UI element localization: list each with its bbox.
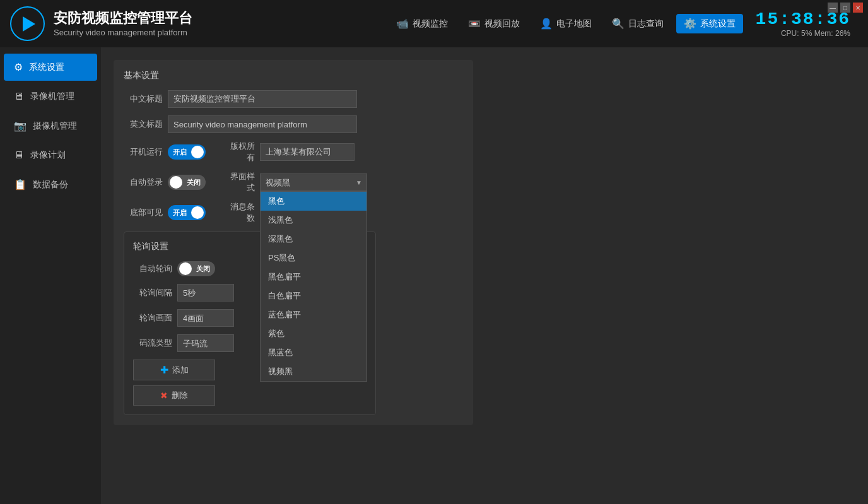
auto-login-row: 自动登录 关闭 界面样式 视频黑 ▼ 黑色 [124,171,463,194]
sidebar-item-camera-management[interactable]: 📷 摄像机管理 [4,112,97,139]
plus-icon: ✚ [160,364,168,376]
recording-plan-icon: 🖥 [14,149,24,161]
auto-login-toggle-label: 关闭 [187,178,201,187]
nav-buttons: 📹 视频监控 📼 视频回放 👤 电子地图 🔍 日志查询 ⚙️ 系统设置 [389,14,743,33]
theme-dropdown[interactable]: 黑色 浅黑色 深黑色 PS黑色 黑色扁平 白色扁平 蓝色扁平 紫色 黑蓝色 视频… [260,191,367,382]
cn-title-row: 中文标题 [124,90,463,108]
minimize-button[interactable]: — [828,3,838,13]
nav-electronic-map-label: 电子地图 [556,18,592,30]
settings-panel: 基本设置 中文标题 英文标题 开机运行 开启 版权所有 [114,60,473,425]
title-bar: 安防视频监控管理平台 Security video management pla… [0,0,868,47]
theme-label: 界面样式 [223,171,255,194]
cn-title-label: 中文标题 [124,93,163,105]
data-backup-icon: 📋 [14,179,26,190]
theme-select-wrapper: 视频黑 ▼ [260,173,367,191]
startup-toggle-label: 开启 [173,148,187,157]
taskbar-toggle-label: 开启 [173,208,187,218]
video-playback-icon: 📼 [468,18,481,30]
taskbar-knob [191,206,204,219]
nav-log-query-label: 日志查询 [628,18,664,30]
app-logo [10,6,45,41]
sidebar-label-recorder: 录像机管理 [30,91,74,102]
poll-interval-select[interactable]: 5秒 [177,284,234,302]
add-button[interactable]: ✚ 添加 [133,360,215,380]
section-basic-title: 基本设置 [124,70,463,81]
electronic-map-icon: 👤 [540,18,553,30]
poll-screens-select[interactable]: 4画面 [177,309,234,327]
maximize-button[interactable]: □ [840,3,850,13]
auto-login-knob [170,176,182,189]
app-title-cn: 安防视频监控管理平台 [54,10,192,26]
taskbar-toggle[interactable]: 开启 [168,205,206,220]
sidebar-label-data-backup: 数据备份 [33,179,68,190]
window-controls: — □ ✕ [828,3,863,13]
taskbar-label: 底部可见 [124,207,163,218]
nav-system-settings[interactable]: ⚙️ 系统设置 [676,14,743,33]
sidebar-label-system-settings: 系统设置 [29,62,64,73]
stream-type-select[interactable]: 子码流 [177,334,234,352]
theme-select-container: 视频黑 ▼ 黑色 浅黑色 深黑色 PS黑色 黑色扁平 白色扁平 蓝色扁平 紫色 [260,173,367,191]
dropdown-item-purple[interactable]: 紫色 [261,324,367,343]
poll-screens-label: 轮询画面 [133,312,172,324]
sidebar-label-recording-plan: 录像计划 [30,149,66,161]
auto-poll-knob [179,262,192,275]
nav-system-settings-label: 系统设置 [700,18,736,30]
clock-block: 15:38:36 CPU: 5% Mem: 26% [756,9,850,38]
startup-toggle[interactable]: 开启 [168,144,206,160]
auto-poll-label: 自动轮询 [133,263,172,274]
auto-login-label: 自动登录 [124,177,163,188]
copyright-label: 版权所有 [223,141,255,163]
app-title-en: Security video management platform [54,28,192,37]
en-title-label: 英文标题 [124,119,163,130]
delete-button-label: 删除 [172,390,188,401]
sidebar-item-system-settings[interactable]: ⚙ 系统设置 [4,54,97,81]
settings-icon: ⚙ [14,61,23,73]
dropdown-item-white-flat[interactable]: 白色扁平 [261,286,367,305]
dropdown-item-light-black[interactable]: 浅黑色 [261,211,367,230]
stream-type-label: 码流类型 [133,337,172,349]
sidebar-item-data-backup[interactable]: 📋 数据备份 [4,171,97,198]
en-title-row: 英文标题 [124,115,463,133]
dropdown-item-black-flat[interactable]: 黑色扁平 [261,267,367,286]
sidebar-label-camera: 摄像机管理 [33,120,77,132]
x-icon: ✖ [160,390,168,401]
sidebar-item-recorder-management[interactable]: 🖥 录像机管理 [4,83,97,110]
log-query-icon: 🔍 [612,18,625,30]
dropdown-item-blue-flat[interactable]: 蓝色扁平 [261,305,367,324]
copyright-input[interactable] [260,143,355,161]
cn-title-input[interactable] [168,90,357,108]
nav-log-query[interactable]: 🔍 日志查询 [604,14,671,33]
startup-row: 开机运行 开启 版权所有 [124,141,463,163]
video-monitor-icon: 📹 [396,18,409,30]
logo-play-icon [23,16,35,32]
stream-type-select-wrapper: 子码流 [177,334,234,352]
main-layout: ⚙ 系统设置 🖥 录像机管理 📷 摄像机管理 🖥 录像计划 📋 数据备份 基本设… [0,47,868,504]
poll-interval-label: 轮询间隔 [133,287,172,298]
auto-login-toggle[interactable]: 关闭 [168,175,206,190]
auto-poll-toggle[interactable]: 关闭 [177,261,215,276]
nav-electronic-map[interactable]: 👤 电子地图 [532,14,599,33]
delete-button[interactable]: ✖ 删除 [133,385,215,406]
dropdown-item-dark-black[interactable]: 深黑色 [261,230,367,249]
dropdown-item-ps-black[interactable]: PS黑色 [261,249,367,267]
dropdown-item-dark-blue[interactable]: 黑蓝色 [261,343,367,362]
nav-video-playback-label: 视频回放 [484,18,520,30]
startup-knob [191,146,204,158]
nav-video-playback[interactable]: 📼 视频回放 [460,14,527,33]
app-title-block: 安防视频监控管理平台 Security video management pla… [54,10,192,37]
system-settings-nav-icon: ⚙️ [684,18,696,30]
camera-icon: 📷 [14,120,26,132]
nav-video-monitor[interactable]: 📹 视频监控 [389,14,455,33]
en-title-input[interactable] [168,115,357,133]
theme-select[interactable]: 视频黑 [260,173,367,191]
sidebar-item-recording-plan[interactable]: 🖥 录像计划 [4,142,97,168]
content-area: 基本设置 中文标题 英文标题 开机运行 开启 版权所有 [101,47,868,504]
clock-stats: CPU: 5% Mem: 26% [781,29,850,38]
poll-interval-select-wrapper: 5秒 [177,284,234,302]
dropdown-item-video-black[interactable]: 视频黑 [261,362,367,381]
sidebar: ⚙ 系统设置 🖥 录像机管理 📷 摄像机管理 🖥 录像计划 📋 数据备份 [0,47,101,504]
add-button-label: 添加 [172,365,189,376]
close-button[interactable]: ✕ [853,3,863,13]
auto-poll-toggle-label: 关闭 [196,264,210,274]
dropdown-item-black[interactable]: 黑色 [261,192,367,211]
